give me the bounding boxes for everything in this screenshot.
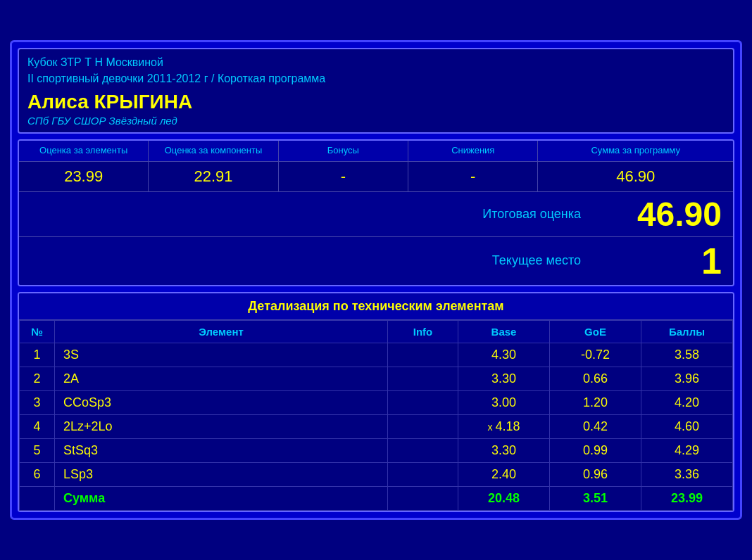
x-marker: x xyxy=(488,421,496,433)
scores-values: 23.99 22.91 - - 46.90 xyxy=(19,161,733,191)
competition-line2: II спортивный девочки 2011-2012 г / Коро… xyxy=(27,72,325,84)
scores-components-value: 22.91 xyxy=(149,162,278,191)
scores-program-sum-header: Сумма за программу xyxy=(538,141,733,161)
sum-row: Сумма20.483.5123.99 xyxy=(20,486,733,510)
row-info xyxy=(388,438,458,462)
row-goe: 0.96 xyxy=(550,462,641,486)
row-base: 3.00 xyxy=(458,390,550,414)
top-section: Кубок ЗТР Т Н Москвиной II спортивный де… xyxy=(18,48,734,134)
scores-elements-value: 23.99 xyxy=(19,162,149,191)
row-info xyxy=(388,414,458,438)
scores-bonuses-header: Бонусы xyxy=(279,141,408,161)
athlete-club: СПб ГБУ СШОР Звёздный лед xyxy=(27,115,725,127)
row-goe: 0.99 xyxy=(550,438,641,462)
scores-components-header: Оценка за компоненты xyxy=(149,141,278,161)
table-row: 42Lz+2Lox 4.180.424.60 xyxy=(20,414,733,438)
col-header-info: Info xyxy=(388,320,458,343)
sum-num xyxy=(20,486,55,510)
row-balls: 4.20 xyxy=(641,390,733,414)
sum-base: 20.48 xyxy=(458,486,550,510)
row-balls: 3.36 xyxy=(641,462,733,486)
row-goe: -0.72 xyxy=(550,343,641,367)
total-label: Итоговая оценка xyxy=(19,201,592,227)
scores-deductions-header: Снижения xyxy=(408,141,538,161)
col-header-element: Элемент xyxy=(55,320,388,343)
row-balls: 3.96 xyxy=(641,367,733,390)
row-num: 5 xyxy=(20,438,55,462)
scores-elements-header: Оценка за элементы xyxy=(19,141,149,161)
table-row: 5StSq33.300.994.29 xyxy=(20,438,733,462)
place-label: Текущее место xyxy=(19,248,592,274)
sum-label: Сумма xyxy=(55,486,388,510)
table-row: 3CCoSp33.001.204.20 xyxy=(20,390,733,414)
col-header-base: Base xyxy=(458,320,550,343)
total-row: Итоговая оценка 46.90 xyxy=(19,191,733,236)
row-info xyxy=(388,462,458,486)
row-element: LSp3 xyxy=(55,462,388,486)
competition-title: Кубок ЗТР Т Н Москвиной II спортивный де… xyxy=(27,55,725,87)
row-num: 1 xyxy=(20,343,55,367)
row-goe: 1.20 xyxy=(550,390,641,414)
scores-program-sum-value: 46.90 xyxy=(538,162,733,191)
row-base: 4.30 xyxy=(458,343,550,367)
row-balls: 4.29 xyxy=(641,438,733,462)
row-num: 2 xyxy=(20,367,55,390)
scores-header: Оценка за элементы Оценка за компоненты … xyxy=(19,141,733,161)
col-header-num: № xyxy=(20,320,55,343)
row-element: 2Lz+2Lo xyxy=(55,414,388,438)
sum-goe: 3.51 xyxy=(550,486,641,510)
table-row: 13S4.30-0.723.58 xyxy=(20,343,733,367)
row-info xyxy=(388,343,458,367)
details-section: Детализация по техническим элементам № Э… xyxy=(18,292,734,512)
scores-deductions-value: - xyxy=(408,162,538,191)
row-base: 2.40 xyxy=(458,462,550,486)
sum-info xyxy=(388,486,458,510)
row-element: StSq3 xyxy=(55,438,388,462)
row-num: 3 xyxy=(20,390,55,414)
row-base: x 4.18 xyxy=(458,414,550,438)
row-num: 6 xyxy=(20,462,55,486)
row-info xyxy=(388,367,458,390)
place-row: Текущее место 1 xyxy=(19,236,733,285)
row-element: 2A xyxy=(55,367,388,390)
row-num: 4 xyxy=(20,414,55,438)
sum-balls: 23.99 xyxy=(641,486,733,510)
row-element: CCoSp3 xyxy=(55,390,388,414)
row-balls: 4.60 xyxy=(641,414,733,438)
table-row: 6LSp32.400.963.36 xyxy=(20,462,733,486)
row-balls: 3.58 xyxy=(641,343,733,367)
row-base: 3.30 xyxy=(458,438,550,462)
row-goe: 0.66 xyxy=(550,367,641,390)
table-row: 22A3.300.663.96 xyxy=(20,367,733,390)
competition-line1: Кубок ЗТР Т Н Москвиной xyxy=(27,56,163,68)
total-value: 46.90 xyxy=(592,192,733,236)
scores-bonuses-value: - xyxy=(279,162,408,191)
col-header-balls: Баллы xyxy=(641,320,733,343)
athlete-name: Алиса КРЫГИНА xyxy=(27,91,725,113)
col-header-goe: GoE xyxy=(550,320,641,343)
place-value: 1 xyxy=(592,237,733,285)
row-info xyxy=(388,390,458,414)
scores-section: Оценка за элементы Оценка за компоненты … xyxy=(18,139,734,286)
details-title: Детализация по техническим элементам xyxy=(19,293,733,320)
row-element: 3S xyxy=(55,343,388,367)
row-base: 3.30 xyxy=(458,367,550,390)
main-container: Кубок ЗТР Т Н Москвиной II спортивный де… xyxy=(10,40,742,520)
details-header-row: № Элемент Info Base GoE Баллы xyxy=(20,320,733,343)
row-goe: 0.42 xyxy=(550,414,641,438)
details-table: № Элемент Info Base GoE Баллы 13S4.30-0.… xyxy=(19,320,733,511)
